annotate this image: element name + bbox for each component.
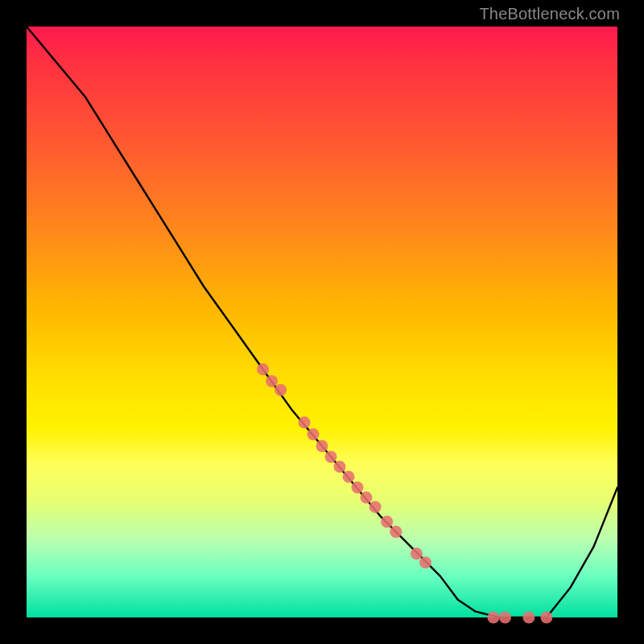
data-point — [411, 547, 423, 559]
chart-overlay — [27, 27, 617, 617]
data-point — [275, 384, 287, 396]
data-point — [381, 516, 393, 528]
data-point — [487, 612, 499, 624]
data-point — [390, 526, 402, 538]
data-point — [522, 612, 535, 624]
data-point — [308, 428, 320, 440]
data-point — [299, 416, 311, 428]
data-point — [334, 460, 346, 473]
data-point — [325, 451, 337, 463]
data-point — [316, 440, 328, 452]
data-point — [257, 363, 269, 375]
data-point — [369, 501, 382, 513]
bottleneck-curve — [27, 27, 617, 617]
plot-area — [27, 27, 617, 617]
data-point — [540, 612, 552, 624]
data-point — [352, 481, 364, 493]
chart-canvas: TheBottleneck.com — [0, 0, 644, 644]
data-point — [419, 556, 431, 568]
data-point — [499, 612, 511, 624]
data-points-group — [257, 363, 552, 623]
watermark-text: TheBottleneck.com — [479, 5, 620, 23]
data-point — [343, 471, 355, 483]
data-point — [266, 375, 278, 387]
data-point — [361, 492, 373, 504]
